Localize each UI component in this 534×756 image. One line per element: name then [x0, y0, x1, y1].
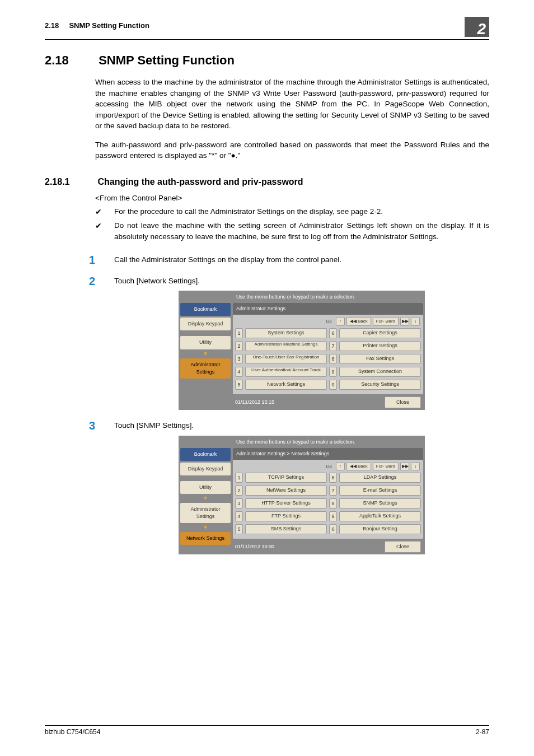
panel-instruction: Use the menu buttons or keypad to make a… — [180, 437, 423, 448]
menu-ldap-settings[interactable]: LDAP Settings — [339, 473, 421, 483]
sidebar-utility[interactable]: Utility — [180, 336, 231, 349]
menu-num[interactable]: 6 — [329, 473, 337, 483]
header-section-name: SNMP Setting Function — [69, 21, 149, 30]
pager: 1/2 ↑ ◀◀ Back For- ward ▶▶ ↓ — [235, 317, 421, 328]
menu-tcpip-settings[interactable]: TCP/IP Settings — [245, 473, 327, 483]
sidebar-display-keypad[interactable]: Display Keypad — [180, 318, 231, 330]
breadcrumb: Administrator Settings — [233, 303, 423, 315]
menu-num[interactable]: 4 — [235, 511, 243, 521]
section-title: 2.18 SNMP Setting Function — [45, 53, 489, 68]
menu-num[interactable]: 1 — [235, 328, 243, 338]
step-2: Touch [Network Settings]. Use the menu b… — [78, 276, 489, 420]
menu-system-connection[interactable]: System Connection — [339, 367, 421, 377]
page-indicator: 1/2 — [326, 318, 332, 325]
step-3-text: Touch [SNMP Settings]. — [114, 421, 194, 430]
pager-next-icon[interactable]: ▶▶ — [400, 317, 409, 326]
footer-product: bizhub C754/C654 — [45, 728, 100, 736]
menu-security-settings[interactable]: Security Settings — [339, 380, 421, 390]
menu-network-settings[interactable]: Network Settings — [245, 380, 327, 390]
breadcrumb: Administrator Settings > Network Setting… — [233, 448, 423, 460]
subsection-number: 2.18.1 — [45, 177, 95, 187]
menu-num[interactable]: 0 — [329, 524, 337, 534]
menu-system-settings[interactable]: System Settings — [245, 328, 327, 338]
checklist: For the procedure to call the Administra… — [95, 206, 489, 246]
chapter-tab: 2 — [465, 17, 489, 37]
menu-smb-settings[interactable]: SMB Settings — [245, 524, 327, 534]
procedure-steps: Call the Administrator Settings on the d… — [78, 254, 489, 564]
menu-num[interactable]: 3 — [235, 498, 243, 508]
section-text: SNMP Setting Function — [99, 53, 235, 67]
checklist-item: Do not leave the machine with the settin… — [95, 220, 489, 245]
menu-grid: 1 System Settings 6 Copier Settings 2 Ad… — [235, 328, 421, 392]
menu-fax-settings[interactable]: Fax Settings — [339, 354, 421, 364]
menu-num[interactable]: 9 — [329, 367, 337, 377]
menu-num[interactable]: 6 — [329, 328, 337, 338]
menu-grid: 1 TCP/IP Settings 6 LDAP Settings 2 NetW… — [235, 473, 421, 536]
menu-num[interactable]: 5 — [235, 524, 243, 534]
pager-down-icon[interactable]: ↓ — [411, 462, 420, 471]
panel-datetime: 01/11/2012 16:00 — [235, 543, 274, 550]
menu-num[interactable]: 7 — [329, 486, 337, 496]
menu-user-auth[interactable]: User Authentication/ Account Track — [245, 367, 327, 377]
pager: 1/3 ↑ ◀◀ Back For- ward ▶▶ ↓ — [235, 462, 421, 473]
from-label: <From the Control Panel> — [95, 193, 489, 204]
pager-up-icon[interactable]: ↑ — [336, 317, 345, 326]
menu-ftp-settings[interactable]: FTP Settings — [245, 511, 327, 521]
menu-num[interactable]: 8 — [329, 498, 337, 508]
sidebar-administrator-settings[interactable]: Administrator Settings — [180, 503, 231, 523]
chevron-down-icon: ▼ — [180, 351, 231, 357]
menu-num[interactable]: 3 — [235, 354, 243, 364]
menu-printer-settings[interactable]: Printer Settings — [339, 341, 421, 351]
checklist-item: For the procedure to call the Administra… — [95, 206, 489, 221]
menu-snmp-settings[interactable]: SNMP Settings — [339, 498, 421, 508]
intro-paragraph-2: The auth-password and priv-password are … — [95, 139, 489, 161]
subsection-title: 2.18.1 Changing the auth-password and pr… — [45, 177, 489, 187]
close-button[interactable]: Close — [385, 541, 421, 553]
pager-up-icon[interactable]: ↑ — [336, 462, 345, 471]
pager-back-button[interactable]: ◀◀ Back — [346, 317, 371, 326]
menu-netware-settings[interactable]: NetWare Settings — [245, 486, 327, 496]
step-3: Touch [SNMP Settings]. Use the menu butt… — [78, 420, 489, 564]
step-2-text: Touch [Network Settings]. — [114, 277, 200, 285]
control-panel-screenshot-1: Use the menu buttons or keypad to make a… — [179, 291, 425, 410]
pager-next-icon[interactable]: ▶▶ — [400, 462, 409, 471]
menu-num[interactable]: 0 — [329, 380, 337, 390]
page-footer: bizhub C754/C654 2-87 — [45, 725, 489, 736]
close-button[interactable]: Close — [385, 396, 421, 408]
menu-num[interactable]: 2 — [235, 341, 243, 351]
panel-sidebar: Bookmark Display Keypad Utility ▼ Admini… — [180, 303, 231, 408]
page-indicator: 1/3 — [326, 463, 332, 470]
menu-copier-settings[interactable]: Copier Settings — [339, 328, 421, 338]
menu-http-server-settings[interactable]: HTTP Server Settings — [245, 498, 327, 508]
pager-down-icon[interactable]: ↓ — [411, 317, 420, 326]
sidebar-bookmark-tab[interactable]: Bookmark — [180, 448, 231, 461]
menu-bonjour-setting[interactable]: Bonjour Setting — [339, 524, 421, 534]
menu-num[interactable]: 7 — [329, 341, 337, 351]
menu-num[interactable]: 8 — [329, 354, 337, 364]
menu-num[interactable]: 1 — [235, 473, 243, 483]
panel-datetime: 01/11/2012 15:15 — [235, 399, 274, 406]
header-rule — [45, 39, 489, 40]
menu-num[interactable]: 9 — [329, 511, 337, 521]
menu-appletalk-settings[interactable]: AppleTalk Settings — [339, 511, 421, 521]
menu-admin-machine-settings[interactable]: Administrator/ Machine Settings — [245, 341, 327, 351]
pager-forward-button[interactable]: For- ward — [373, 462, 399, 471]
menu-onetouch-userbox[interactable]: One-Touch/User Box Registration — [245, 354, 327, 364]
menu-num[interactable]: 5 — [235, 380, 243, 390]
sidebar-utility[interactable]: Utility — [180, 481, 231, 494]
pager-forward-button[interactable]: For- ward — [373, 317, 399, 326]
menu-num[interactable]: 4 — [235, 367, 243, 377]
sidebar-display-keypad[interactable]: Display Keypad — [180, 463, 231, 475]
panel-instruction: Use the menu buttons or keypad to make a… — [180, 292, 423, 303]
footer-page-number: 2-87 — [476, 728, 489, 736]
menu-num[interactable]: 2 — [235, 486, 243, 496]
control-panel-screenshot-2: Use the menu buttons or keypad to make a… — [179, 436, 425, 555]
sidebar-network-settings[interactable]: Network Settings — [180, 532, 231, 545]
intro-paragraph-1: When access to the machine by the admini… — [95, 77, 489, 132]
chevron-down-icon: ▼ — [180, 496, 231, 501]
sidebar-bookmark-tab[interactable]: Bookmark — [180, 303, 231, 316]
menu-email-settings[interactable]: E-mail Settings — [339, 486, 421, 496]
pager-back-button[interactable]: ◀◀ Back — [346, 462, 371, 471]
sidebar-administrator-settings[interactable]: Administrator Settings — [180, 358, 231, 379]
chevron-down-icon: ▼ — [180, 525, 231, 530]
